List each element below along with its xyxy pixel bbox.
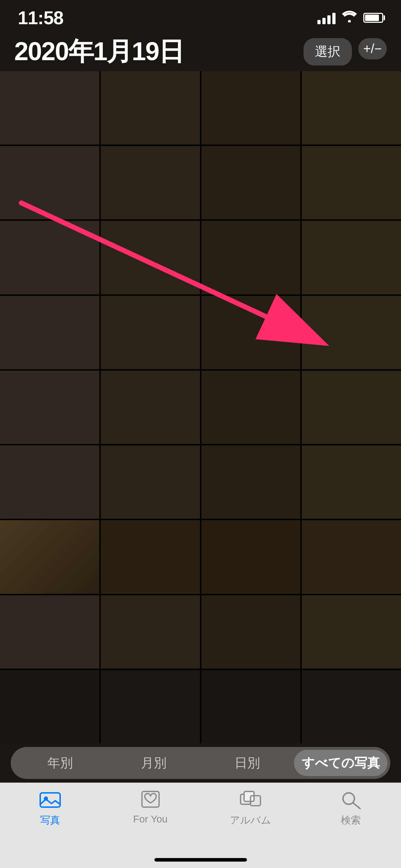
tab-search[interactable]: 検索 bbox=[301, 789, 401, 827]
seg-all-photos[interactable]: すべての写真 bbox=[294, 750, 387, 776]
photo-grid bbox=[0, 71, 401, 743]
photos-icon bbox=[37, 789, 63, 811]
tab-bar: 写真 For You アルバム 検索 bbox=[0, 783, 401, 868]
grid-cell[interactable] bbox=[101, 595, 200, 669]
grid-cell[interactable] bbox=[302, 445, 401, 519]
grid-cell[interactable] bbox=[201, 445, 301, 519]
battery-icon bbox=[363, 13, 383, 23]
grid-cell[interactable] bbox=[0, 296, 99, 369]
signal-icon bbox=[317, 11, 336, 24]
grid-cell[interactable] bbox=[201, 146, 301, 219]
svg-rect-2 bbox=[40, 793, 60, 807]
tab-photos-label: 写真 bbox=[40, 814, 60, 827]
grid-cell[interactable] bbox=[0, 146, 99, 219]
albums-icon bbox=[238, 789, 263, 811]
segmented-control: 年別 月別 日別 すべての写真 bbox=[11, 747, 390, 779]
svg-line-9 bbox=[353, 803, 360, 809]
grid-cell[interactable] bbox=[101, 71, 200, 145]
grid-cell[interactable] bbox=[101, 520, 200, 594]
grid-cell[interactable] bbox=[302, 221, 401, 294]
grid-cell[interactable] bbox=[201, 595, 301, 669]
seg-day[interactable]: 日別 bbox=[201, 750, 294, 776]
header-buttons: 選択 +/− bbox=[304, 38, 387, 66]
grid-cell[interactable] bbox=[302, 595, 401, 669]
tab-photos[interactable]: 写真 bbox=[0, 789, 100, 827]
grid-cell[interactable] bbox=[201, 221, 301, 294]
status-time: 11:58 bbox=[18, 7, 63, 28]
tab-search-label: 検索 bbox=[341, 814, 361, 827]
home-indicator bbox=[154, 858, 247, 862]
grid-cell[interactable] bbox=[0, 71, 99, 145]
grid-cell[interactable] bbox=[0, 520, 99, 594]
wifi-icon bbox=[342, 10, 357, 26]
grid-cell[interactable] bbox=[101, 221, 200, 294]
plus-minus-button[interactable]: +/− bbox=[358, 38, 387, 59]
grid-cell[interactable] bbox=[0, 371, 99, 444]
page-header: 2020年1月19日 選択 +/− bbox=[0, 32, 401, 71]
grid-cell[interactable] bbox=[0, 595, 99, 669]
grid-cell[interactable] bbox=[0, 445, 99, 519]
grid-cell[interactable] bbox=[101, 371, 200, 444]
grid-cell[interactable] bbox=[302, 296, 401, 369]
search-icon bbox=[338, 789, 364, 811]
tab-for-you[interactable]: For You bbox=[100, 789, 201, 825]
grid-cell[interactable] bbox=[101, 296, 200, 369]
seg-month[interactable]: 月別 bbox=[107, 750, 201, 776]
status-bar: 11:58 bbox=[0, 0, 401, 36]
grid-cell[interactable] bbox=[101, 445, 200, 519]
grid-cell[interactable] bbox=[201, 296, 301, 369]
grid-cell[interactable] bbox=[201, 371, 301, 444]
grid-cell[interactable] bbox=[302, 146, 401, 219]
grid-cell[interactable] bbox=[201, 670, 301, 743]
tab-for-you-label: For You bbox=[133, 814, 168, 825]
status-icons bbox=[317, 10, 383, 26]
grid-cell[interactable] bbox=[302, 71, 401, 145]
svg-rect-6 bbox=[244, 791, 254, 801]
seg-year[interactable]: 年別 bbox=[14, 750, 107, 776]
grid-cell[interactable] bbox=[0, 670, 99, 743]
for-you-icon bbox=[138, 789, 163, 811]
grid-cell[interactable] bbox=[302, 670, 401, 743]
select-button[interactable]: 選択 bbox=[304, 38, 352, 66]
page-title: 2020年1月19日 bbox=[14, 35, 184, 69]
grid-cell[interactable] bbox=[201, 520, 301, 594]
grid-cell[interactable] bbox=[302, 371, 401, 444]
grid-cell[interactable] bbox=[302, 520, 401, 594]
grid-cell[interactable] bbox=[101, 670, 200, 743]
grid-cell[interactable] bbox=[0, 221, 99, 294]
tab-albums-label: アルバム bbox=[230, 814, 271, 827]
svg-rect-4 bbox=[142, 791, 159, 807]
tab-albums[interactable]: アルバム bbox=[201, 789, 301, 827]
grid-cell[interactable] bbox=[201, 71, 301, 145]
grid-cell[interactable] bbox=[101, 146, 200, 219]
